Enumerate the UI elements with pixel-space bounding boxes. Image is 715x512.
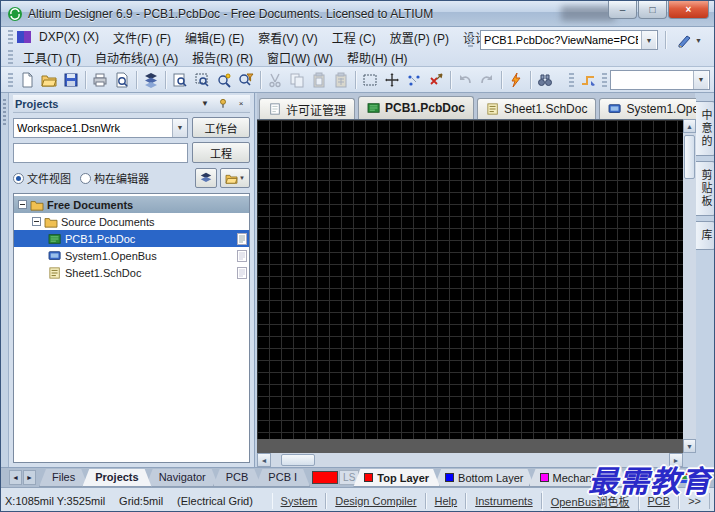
collapse-icon[interactable] (18, 200, 27, 209)
menu-dxp[interactable]: DXP(X) (X) (32, 28, 106, 46)
layer-tab-top-layer[interactable]: Top Layer (353, 469, 440, 487)
tab-license-manager[interactable]: 许可证管理 (259, 98, 355, 119)
panel-tab-pcb[interactable]: PCB (213, 469, 262, 487)
print-button[interactable] (89, 69, 111, 91)
minimize-button[interactable]: – (608, 1, 637, 19)
favorites-pen-button[interactable]: ▼ (673, 30, 706, 50)
scrollbar-thumb[interactable] (281, 454, 315, 466)
title-bar[interactable]: Altium Designer 6.9 - PCB1.PcbDoc - Free… (1, 1, 714, 27)
pcb-canvas[interactable] (257, 119, 683, 439)
tab-clipboard[interactable]: 剪贴板 (696, 161, 715, 216)
layer-tab-truncated[interactable] (622, 469, 652, 487)
tab-pcb1-pcbdoc[interactable]: PCB1.PcbDoc (358, 96, 474, 119)
panel-edge-grip[interactable] (1, 93, 9, 467)
drag-grip[interactable] (8, 73, 13, 87)
find-similar-button[interactable] (534, 69, 556, 91)
drag-grip[interactable] (602, 73, 607, 87)
toolbar-combo[interactable]: ▼ (610, 70, 710, 90)
new-document-button[interactable] (16, 69, 38, 91)
view-name-input[interactable] (481, 31, 641, 49)
close-panel-icon[interactable]: × (234, 97, 248, 111)
menu-reports[interactable]: 报告(R) (R) (185, 47, 260, 68)
file-view-radio[interactable] (13, 173, 24, 184)
status-button-help[interactable]: Help (426, 493, 467, 509)
chevron-down-icon[interactable]: ▼ (641, 31, 656, 49)
panel-tab-navigator[interactable]: Navigator (146, 469, 219, 487)
save-document-button[interactable] (60, 69, 82, 91)
panel-tab-pcb-filter[interactable]: PCB I (255, 469, 310, 487)
menu-project[interactable]: 工程 (C) (325, 27, 383, 48)
paste-array-button[interactable] (330, 69, 352, 91)
project-combo-input[interactable] (14, 144, 187, 162)
clear-filter-button[interactable] (425, 69, 447, 91)
fit-area-button[interactable] (191, 69, 213, 91)
tab-sheet1-schdoc[interactable]: Sheet1.SchDoc (477, 98, 596, 119)
current-layer-swatch[interactable] (312, 471, 338, 484)
layer-stack-button[interactable] (140, 69, 162, 91)
tree-item-system1-openbus[interactable]: System1.OpenBus (14, 247, 249, 264)
layer-tab-bottom-layer[interactable]: Bottom Layer (434, 469, 534, 487)
layers-button[interactable] (195, 168, 217, 188)
zoom-selected-button[interactable] (213, 69, 235, 91)
layer-palette-icon[interactable] (680, 472, 688, 483)
tree-item-free-documents[interactable]: Free Documents (14, 196, 249, 213)
structure-editor-radio[interactable] (80, 173, 91, 184)
tab-libraries[interactable]: 库 (696, 221, 715, 250)
collapse-icon[interactable] (32, 217, 41, 226)
route-tool-button[interactable] (577, 69, 599, 91)
menu-view[interactable]: 察看(V) (V) (251, 27, 324, 48)
menu-autoroute[interactable]: 自动布线(A) (A) (88, 47, 185, 68)
chevron-down-icon[interactable]: ▼ (172, 119, 187, 137)
drag-grip[interactable] (468, 33, 473, 47)
status-button-instruments[interactable]: Instruments (466, 493, 541, 509)
tab-favorites[interactable]: 中意的 (696, 101, 715, 156)
pin-icon[interactable] (216, 97, 230, 111)
menu-tools[interactable]: 工具(T) (T) (16, 47, 88, 68)
menu-edit[interactable]: 编辑(E) (E) (178, 27, 251, 48)
scrollbar-thumb[interactable] (684, 135, 695, 179)
scroll-down-icon[interactable]: ▼ (683, 439, 696, 453)
selection-memory-button[interactable] (403, 69, 425, 91)
toolbar-combo-input[interactable] (611, 71, 693, 89)
layer-scroll-right-icon[interactable]: ► (665, 471, 678, 484)
drag-grip[interactable] (569, 73, 574, 87)
vertical-scrollbar[interactable]: ▲ ▼ (683, 119, 696, 453)
chevron-down-icon[interactable]: ▼ (695, 37, 702, 44)
project-combo[interactable] (13, 143, 188, 163)
open-folder-dropdown-button[interactable]: ▼ (220, 168, 250, 188)
menu-file[interactable]: 文件(F) (F) (106, 27, 178, 48)
wizard-button[interactable] (505, 69, 527, 91)
projects-panel-header[interactable]: Projects ▼ × (13, 95, 250, 113)
project-button[interactable]: 工程 (192, 142, 250, 163)
layer-tab-mechanical-1[interactable]: Mechanical 1 (529, 469, 629, 487)
workspace-combo[interactable]: ▼ (13, 118, 188, 138)
workspace-button[interactable]: 工作台 (192, 117, 250, 138)
menu-place[interactable]: 放置(P) (P) (383, 27, 456, 48)
open-document-button[interactable] (38, 69, 60, 91)
status-button-overflow[interactable]: >> (679, 493, 710, 509)
scroll-right-icon[interactable]: ► (669, 453, 683, 467)
scroll-left-icon[interactable]: ◄ (257, 453, 271, 467)
drag-grip[interactable] (8, 50, 13, 64)
print-preview-button[interactable] (111, 69, 133, 91)
tree-item-source-documents[interactable]: Source Documents (14, 213, 249, 230)
layer-overflow-icon[interactable]: ► (690, 471, 703, 484)
scroll-up-icon[interactable]: ▲ (683, 119, 696, 133)
panel-menu-chevron-icon[interactable]: ▼ (198, 97, 212, 111)
horizontal-scrollbar[interactable]: ◄ ► (257, 453, 683, 467)
tree-item-sheet1-schdoc[interactable]: Sheet1.SchDoc (14, 264, 249, 281)
panel-tab-projects[interactable]: Projects (82, 469, 151, 487)
tabs-scroll-right-icon[interactable]: ► (23, 470, 36, 485)
paste-button[interactable] (308, 69, 330, 91)
status-button-design-compiler[interactable]: Design Compiler (326, 493, 425, 509)
workspace-combo-input[interactable] (14, 119, 172, 137)
layer-scroll-left-icon[interactable]: ◄ (652, 471, 665, 484)
menu-window[interactable]: 窗口(W) (W) (260, 47, 340, 68)
copy-button[interactable] (286, 69, 308, 91)
drag-grip[interactable] (8, 30, 13, 44)
chevron-down-icon[interactable]: ▼ (693, 71, 708, 89)
status-button-system[interactable]: System (272, 493, 327, 509)
tabs-scroll-left-icon[interactable]: ◄ (9, 470, 22, 485)
cut-button[interactable] (264, 69, 286, 91)
menu-help[interactable]: 帮助(H) (H) (340, 47, 415, 68)
